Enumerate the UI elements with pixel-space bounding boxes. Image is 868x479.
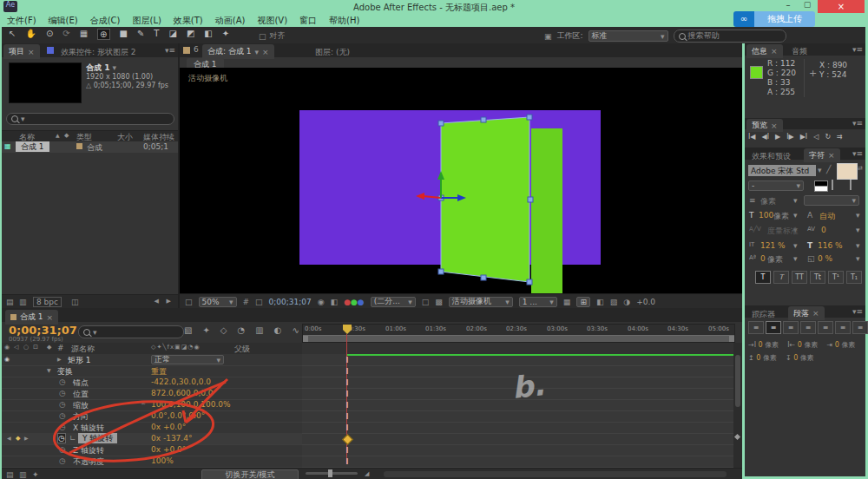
justify-last-left-button[interactable]: ≡ bbox=[800, 321, 816, 334]
prop-row-scale[interactable]: ◷ 缩放 ∞ 100.0,100.0,100.0% bbox=[2, 399, 302, 411]
upload-label[interactable]: 拖拽上传 bbox=[754, 11, 815, 27]
eyedropper-icon[interactable]: ╱ bbox=[826, 165, 831, 174]
zoom-dropdown[interactable]: 50% ▾ bbox=[199, 297, 237, 307]
stopwatch-icon-active[interactable]: ◷ bbox=[57, 433, 66, 443]
menu-file[interactable]: 文件(F) bbox=[7, 15, 36, 27]
menu-effect[interactable]: 效果(T) bbox=[174, 15, 203, 27]
small-caps-button[interactable]: Tt bbox=[810, 271, 825, 284]
green-front-rect-layer[interactable] bbox=[441, 117, 529, 282]
blend-mode-dropdown[interactable]: 正常 ▾ bbox=[151, 355, 224, 364]
puppet-tool-icon[interactable]: ✦ bbox=[222, 29, 229, 40]
tab-preview[interactable]: 预览 × bbox=[746, 119, 783, 132]
exposure-icon[interactable]: ◑ bbox=[623, 298, 630, 306]
prev-frame-button[interactable]: ◀Ⅰ bbox=[762, 133, 770, 141]
menu-help[interactable]: 帮助(H) bbox=[329, 15, 359, 27]
snapshot-icon[interactable]: ◉ bbox=[318, 298, 325, 306]
footage-icon[interactable]: ▥ bbox=[19, 298, 27, 306]
work-area-end-handle[interactable] bbox=[729, 336, 734, 342]
subscript-button[interactable]: T₁ bbox=[846, 271, 862, 284]
menu-composition[interactable]: 合成(C) bbox=[90, 15, 121, 27]
graph-editor-icon[interactable]: ∿ bbox=[292, 325, 299, 335]
vertical-scale-value[interactable]: 121 % bbox=[760, 241, 786, 250]
viewer-timecode[interactable]: 0;00;31;07 bbox=[269, 298, 312, 306]
prop-label-selected[interactable]: Y 轴旋转 bbox=[78, 433, 117, 443]
chevron-down-icon[interactable]: ▾ bbox=[856, 241, 860, 250]
close-icon[interactable]: × bbox=[262, 48, 269, 56]
close-icon[interactable]: × bbox=[828, 151, 835, 160]
prop-row-anchor[interactable]: ◷ 锚点 -422.0,30.0,0.0 bbox=[2, 377, 302, 389]
roi-icon[interactable]: □ bbox=[422, 298, 430, 306]
eye-icon[interactable]: ◉ bbox=[4, 356, 10, 363]
text-tool-icon[interactable]: T bbox=[154, 29, 159, 40]
twirl-icon[interactable]: ▼ bbox=[47, 367, 51, 373]
justify-last-right-button[interactable]: ≡ bbox=[835, 321, 851, 334]
scroll-left-icon[interactable]: ◀ bbox=[155, 298, 159, 305]
close-icon[interactable]: × bbox=[771, 121, 778, 130]
project-row-name[interactable]: 合成 1 bbox=[16, 141, 49, 152]
transparency-grid-icon[interactable]: ▩ bbox=[435, 298, 443, 306]
panel-menu-icon[interactable]: ▾≡ bbox=[852, 119, 863, 128]
menu-view[interactable]: 视图(V) bbox=[257, 15, 287, 27]
chevron-down-icon[interactable]: ▾ bbox=[856, 211, 860, 220]
prop-row-position[interactable]: ◷ 位置 872.0,600.0,0.0 bbox=[2, 388, 302, 400]
stopwatch-icon[interactable]: ◷ bbox=[59, 411, 66, 420]
prop-row-orientation[interactable]: ◷ 方向 0.0°,0.0°,0.0° bbox=[2, 410, 302, 423]
panel-menu-icon[interactable]: ▾≡ bbox=[852, 149, 863, 158]
vertical-scrollbar[interactable] bbox=[735, 355, 740, 407]
font-family-dropdown[interactable]: Adobe 宋体 Std bbox=[748, 165, 816, 176]
tab-effect-controls[interactable]: 效果控件: 形状图层 2 bbox=[56, 45, 141, 60]
stopwatch-icon[interactable]: ◷ bbox=[59, 423, 66, 431]
rotate-tool-icon[interactable]: ⟳ bbox=[62, 29, 69, 40]
font-size-value[interactable]: 100 bbox=[759, 211, 773, 220]
twirl-icon[interactable]: ▶ bbox=[57, 356, 62, 362]
tracking-value[interactable]: 0 bbox=[821, 226, 826, 234]
mask-visibility-icon[interactable]: □ bbox=[255, 298, 263, 306]
brush-tool-icon[interactable]: ◪ bbox=[168, 29, 176, 40]
hand-tool-icon[interactable]: ✋ bbox=[25, 29, 36, 40]
trash-icon[interactable]: ◫ bbox=[71, 298, 79, 306]
prop-value[interactable]: 0x +0.0° bbox=[151, 445, 186, 454]
indent-left-field[interactable]: →Ⅰ 0 像素 bbox=[748, 340, 779, 350]
solo-column-icon[interactable]: ○ bbox=[23, 344, 29, 351]
tab-timeline-comp[interactable]: 合成 1 × bbox=[5, 310, 58, 325]
tab-info[interactable]: 信息 × bbox=[746, 44, 783, 58]
close-icon[interactable]: × bbox=[28, 48, 35, 56]
chevron-down-icon[interactable]: ▾ bbox=[856, 254, 860, 263]
project-search-input[interactable]: ▾ bbox=[6, 113, 174, 125]
stopwatch-icon[interactable]: ◷ bbox=[59, 389, 66, 397]
menu-window[interactable]: 窗口 bbox=[299, 15, 317, 27]
chevron-down-icon[interactable]: ▾ bbox=[818, 166, 822, 174]
chevron-down-icon[interactable]: ▾ bbox=[113, 63, 117, 72]
layer-row[interactable]: ◉ ▶ 矩形 1 正常 ▾ bbox=[2, 354, 302, 366]
close-icon[interactable]: × bbox=[47, 313, 54, 322]
menu-animation[interactable]: 动画(A) bbox=[215, 15, 246, 27]
channels-icon[interactable]: ●●● bbox=[344, 298, 365, 306]
prop-row-z-rotation[interactable]: ◷ Z 轴旋转 0x +0.0° bbox=[2, 444, 302, 456]
justify-all-button[interactable]: ≡ bbox=[852, 321, 868, 334]
pixel-aspect-icon[interactable]: ⊞ bbox=[576, 297, 590, 307]
stroke-width-unit[interactable]: 像素 bbox=[760, 196, 776, 207]
prop-row-y-rotation[interactable]: ◀ ◆ ▶ ◷ ∟ Y 轴旋转 0x -137.4° bbox=[2, 433, 302, 445]
label-color-swatch[interactable] bbox=[76, 143, 82, 149]
faux-italic-button[interactable]: T bbox=[773, 271, 789, 284]
no-fill-swatch[interactable] bbox=[832, 180, 833, 190]
sort-icon[interactable]: ▲ bbox=[56, 132, 60, 138]
exposure-value[interactable]: +0.0 bbox=[636, 298, 655, 306]
minimize-button[interactable]: – bbox=[779, 0, 797, 12]
chevron-down-icon[interactable]: ▾ bbox=[254, 48, 259, 56]
eraser-tool-icon[interactable]: ◧ bbox=[204, 29, 212, 40]
audio-column-icon[interactable]: ◁ bbox=[14, 344, 18, 351]
baseline-shift-value[interactable]: 0 bbox=[760, 254, 766, 263]
stopwatch-icon[interactable]: ◷ bbox=[59, 400, 66, 409]
stroke-style-dropdown[interactable]: ▾ bbox=[804, 195, 859, 206]
workspace-dropdown[interactable]: 标准 ▾ bbox=[589, 30, 668, 42]
close-icon[interactable]: × bbox=[771, 47, 778, 56]
zoom-tool-icon[interactable]: ⊙ bbox=[46, 29, 53, 40]
prop-value[interactable]: -422.0,30.0,0.0 bbox=[151, 377, 211, 386]
tab-audio[interactable]: 音频 bbox=[786, 44, 812, 59]
tab-paragraph[interactable]: 段落 × bbox=[788, 306, 825, 320]
fast-previews-icon[interactable]: ◧ bbox=[596, 298, 604, 306]
folder-icon[interactable]: ▤ bbox=[6, 298, 14, 306]
grid-options-icon[interactable]: ▦ bbox=[563, 298, 571, 306]
eye-column-icon[interactable]: ◉ bbox=[4, 344, 10, 351]
